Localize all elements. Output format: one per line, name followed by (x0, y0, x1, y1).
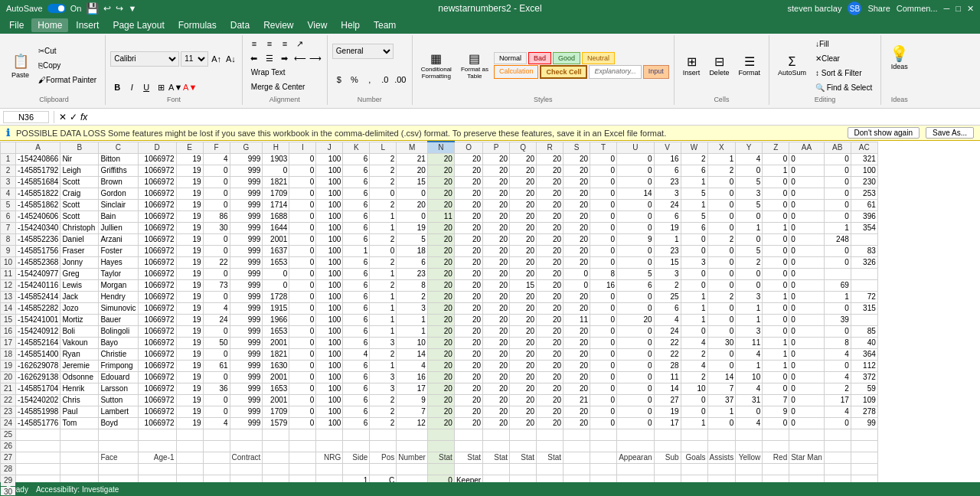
cell[interactable]: 19 (176, 199, 203, 210)
menu-view[interactable]: View (302, 18, 334, 32)
cell[interactable]: 0 (707, 210, 736, 222)
cell[interactable]: -154240202 (16, 394, 60, 406)
table-row[interactable]: 28 (1, 463, 878, 475)
cell[interactable]: 1 (736, 360, 763, 371)
cell[interactable]: 1 (370, 268, 397, 279)
cell[interactable]: 20 (537, 153, 564, 165)
menu-home[interactable]: Home (31, 18, 68, 32)
cell[interactable]: 0 (736, 233, 763, 245)
menu-file[interactable]: File (3, 18, 30, 32)
cell[interactable] (510, 463, 537, 475)
cell[interactable] (289, 452, 316, 463)
cell[interactable]: 20 (454, 210, 482, 222)
cell[interactable]: 3 (736, 188, 763, 199)
align-top-left-btn[interactable]: ≡ (247, 37, 261, 51)
cell[interactable]: 2 (681, 348, 707, 360)
cell[interactable]: 0 (763, 176, 789, 188)
cell[interactable]: 20 (564, 360, 590, 371)
cell[interactable]: 6 (343, 406, 370, 417)
cell[interactable]: Bitton (99, 153, 138, 165)
style-calculation[interactable]: Calculation (494, 65, 539, 79)
cell[interactable]: Jeremie (60, 360, 99, 371)
cell[interactable]: 20 (483, 314, 510, 325)
cell[interactable]: 20 (510, 383, 537, 394)
cell[interactable]: 20 (564, 165, 590, 176)
cell[interactable]: 20 (454, 417, 482, 429)
cell[interactable]: Goals (681, 452, 707, 463)
format-btn[interactable]: ☰ Format (734, 45, 764, 86)
cell[interactable]: 0 (707, 279, 736, 291)
cell[interactable]: 4 (736, 153, 763, 165)
cell[interactable]: Bolingoli (99, 325, 138, 337)
cell[interactable]: 20 (564, 406, 590, 417)
cell[interactable]: 0 (289, 394, 316, 406)
cell[interactable]: 20 (537, 394, 564, 406)
cell[interactable]: 4 (654, 314, 681, 325)
cell[interactable]: 100 (316, 199, 343, 210)
cell[interactable]: 0 (789, 268, 825, 279)
cell[interactable]: Lewis (60, 279, 99, 291)
cell[interactable]: Ryan (60, 348, 99, 360)
cell[interactable]: 19 (176, 406, 203, 417)
cell[interactable]: 4 (203, 153, 230, 165)
cell[interactable]: 0 (681, 233, 707, 245)
cell[interactable]: 0 (617, 325, 654, 337)
cell[interactable]: 100 (316, 222, 343, 233)
cell[interactable] (60, 429, 99, 440)
cell[interactable]: 20 (427, 176, 454, 188)
cell[interactable]: 6 (654, 165, 681, 176)
cell[interactable]: 20 (564, 383, 590, 394)
cell[interactable]: 5 (736, 199, 763, 210)
cell[interactable]: 6 (343, 394, 370, 406)
cell[interactable]: 6 (343, 325, 370, 337)
cell[interactable]: 0 (590, 337, 617, 348)
cell[interactable]: 8 (397, 279, 428, 291)
cell[interactable]: 20 (427, 394, 454, 406)
cell[interactable]: 100 (316, 256, 343, 268)
cell[interactable]: 7 (397, 406, 428, 417)
cell[interactable]: 4 (824, 406, 851, 417)
cell[interactable]: 999 (230, 165, 263, 176)
copy-button[interactable]: ⎘ Copy (34, 59, 100, 73)
cell[interactable] (454, 440, 482, 452)
cell[interactable]: 999 (230, 406, 263, 417)
cell[interactable]: 2 (824, 383, 851, 394)
cell[interactable]: 1915 (263, 302, 289, 314)
cell[interactable]: 999 (230, 291, 263, 302)
cell[interactable]: 20 (537, 337, 564, 348)
cell[interactable] (316, 440, 343, 452)
menu-help[interactable]: Help (335, 18, 366, 32)
cell[interactable]: 20 (537, 325, 564, 337)
border-button[interactable]: ⊞ (154, 80, 168, 94)
cell[interactable] (763, 429, 789, 440)
dont-show-again-btn[interactable]: Don't show again (848, 127, 920, 139)
cell[interactable]: 2 (370, 406, 397, 417)
cell[interactable]: 5 (681, 210, 707, 222)
cell[interactable]: 0 (590, 348, 617, 360)
cell[interactable]: 1066972 (138, 188, 176, 199)
cell[interactable] (16, 452, 60, 463)
cell[interactable]: 73 (203, 279, 230, 291)
cell[interactable]: 20 (454, 406, 482, 417)
cell[interactable]: 20 (483, 233, 510, 245)
cell[interactable]: 19 (176, 394, 203, 406)
cell[interactable]: Leigh (60, 165, 99, 176)
cell[interactable] (60, 463, 99, 475)
cell[interactable]: 1066972 (138, 360, 176, 371)
cell[interactable]: 20 (454, 302, 482, 314)
cell[interactable]: 20 (537, 291, 564, 302)
cell[interactable]: 4 (824, 348, 851, 360)
cell[interactable]: 20 (564, 302, 590, 314)
cell[interactable]: 4 (681, 337, 707, 348)
cell[interactable]: 0 (289, 417, 316, 429)
cell[interactable]: 0 (824, 256, 851, 268)
cell[interactable]: Christie (99, 348, 138, 360)
cell[interactable] (427, 440, 454, 452)
cell[interactable]: Contract (230, 452, 263, 463)
cell[interactable]: Foster (99, 245, 138, 256)
cell[interactable]: 100 (316, 337, 343, 348)
cell[interactable]: 3 (397, 302, 428, 314)
cell[interactable]: 0 (289, 165, 316, 176)
cell[interactable]: 20 (427, 245, 454, 256)
cell[interactable]: 20 (483, 325, 510, 337)
